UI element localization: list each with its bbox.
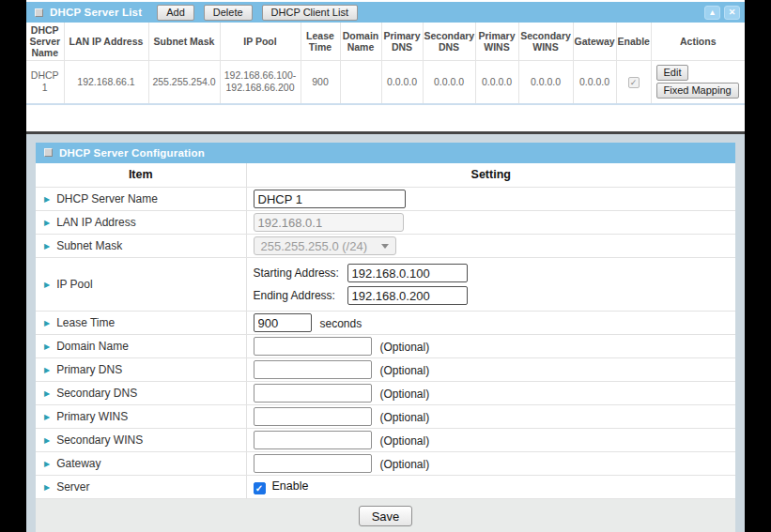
row-lease-time: ▶Lease Time seconds (36, 312, 735, 335)
dhcp-config-header-bar: DHCP Server Configuration (36, 143, 735, 163)
item-header: Item (36, 163, 246, 188)
config-footer: Save (36, 499, 735, 532)
arrow-icon: ▶ (44, 483, 50, 492)
row-secondary-dns: ▶Secondary DNS (Optional) (36, 382, 735, 405)
primary-wins-input[interactable] (254, 407, 372, 426)
cell-secondary-wins: 0.0.0.0 (518, 61, 573, 104)
edit-button[interactable]: Edit (656, 65, 689, 81)
arrow-icon: ▶ (44, 413, 50, 421)
cell-primary-dns: 0.0.0.0 (381, 61, 423, 104)
col-lan-ip-address: LAN IP Address (64, 23, 148, 61)
dhcp-list-title: DHCP Server List (50, 7, 142, 18)
server-enable-checkbox[interactable]: ✓ (254, 482, 266, 494)
cell-secondary-dns: 0.0.0.0 (423, 61, 475, 104)
close-icon: ✕ (729, 8, 736, 17)
row-lan-ip-address: ▶LAN IP Address (36, 211, 735, 235)
row-gateway: ▶Gateway (Optional) (36, 452, 735, 476)
lease-time-input[interactable] (254, 313, 312, 332)
optional-hint: (Optional) (380, 364, 430, 377)
starting-address-label: Starting Address: (254, 266, 347, 280)
col-lease-time: Lease Time (301, 23, 340, 61)
field-label: DHCP Server Name (56, 192, 158, 205)
close-button[interactable]: ✕ (724, 6, 740, 20)
dhcp-config-panel: DHCP Server Configuration Item Setting ▶… (26, 134, 745, 532)
dhcp-config-table: Item Setting ▶DHCP Server Name ▶LAN IP A… (36, 163, 735, 500)
lease-time-suffix: seconds (320, 317, 362, 330)
row-primary-dns: ▶Primary DNS (Optional) (36, 358, 735, 382)
page-content: DHCP Server List Add Delete DHCP Client … (26, 0, 745, 532)
optional-hint: (Optional) (380, 341, 430, 354)
field-label: Secondary WINS (56, 433, 143, 447)
dhcp-server-list-table: DHCP Server Name LAN IP Address Subnet M… (26, 23, 745, 105)
cell-gateway: 0.0.0.0 (573, 61, 616, 104)
col-enable: Enable (616, 23, 651, 61)
dhcp-server-name-input[interactable] (254, 190, 406, 208)
dhcp-list-header-bar: DHCP Server List Add Delete DHCP Client … (26, 2, 745, 23)
subnet-mask-select: 255.255.255.0 (/24) (254, 236, 396, 255)
field-label: IP Pool (56, 278, 92, 291)
col-actions: Actions (651, 23, 745, 61)
field-label: Lease Time (56, 316, 115, 329)
dhcp-config-title: DHCP Server Configuration (59, 147, 205, 159)
delete-button[interactable]: Delete (204, 5, 253, 21)
col-secondary-dns: Secondary DNS (423, 23, 475, 61)
table-row: DHCP 1 192.168.66.1 255.255.254.0 192.16… (26, 61, 745, 104)
arrow-icon: ▶ (44, 436, 50, 445)
save-button[interactable]: Save (359, 506, 413, 526)
col-domain-name: Domain Name (340, 23, 381, 61)
field-label: Gateway (56, 457, 100, 470)
cell-lan-ip: 192.168.66.1 (64, 61, 148, 104)
field-label: Domain Name (56, 340, 129, 353)
primary-dns-input[interactable] (254, 360, 372, 379)
optional-hint: (Optional) (380, 458, 430, 471)
cell-actions: Edit Fixed Mapping (651, 61, 745, 104)
col-primary-dns: Primary DNS (381, 23, 423, 61)
row-enable-checkbox: ✓ (628, 77, 640, 88)
col-ip-pool: IP Pool (220, 23, 301, 61)
row-domain-name: ▶Domain Name (Optional) (36, 335, 735, 358)
row-dhcp-server-name: ▶DHCP Server Name (36, 188, 735, 211)
server-enable-label: Enable (272, 479, 309, 493)
chevron-down-icon (381, 244, 389, 249)
ending-address-input[interactable] (347, 286, 468, 305)
domain-name-input[interactable] (254, 337, 372, 356)
row-subnet-mask: ▶Subnet Mask 255.255.255.0 (/24) (36, 235, 735, 258)
starting-address-input[interactable] (347, 264, 468, 282)
collapse-icon: ▴ (710, 8, 715, 17)
field-label: Primary DNS (56, 363, 122, 376)
col-primary-wins: Primary WINS (475, 23, 518, 61)
add-button[interactable]: Add (157, 5, 194, 21)
row-ip-pool: ▶IP Pool Starting Address: Ending Addres… (36, 258, 735, 312)
check-icon: ✓ (255, 483, 263, 494)
ending-address-label: Ending Address: (254, 289, 347, 302)
cell-primary-wins: 0.0.0.0 (475, 61, 518, 104)
arrow-icon: ▶ (44, 242, 50, 251)
arrow-icon: ▶ (44, 460, 50, 468)
row-primary-wins: ▶Primary WINS (Optional) (36, 405, 735, 429)
arrow-icon: ▶ (44, 281, 50, 289)
arrow-icon: ▶ (44, 319, 50, 327)
col-gateway: Gateway (573, 23, 616, 61)
panel-gap (26, 105, 745, 131)
gateway-input[interactable] (254, 454, 372, 473)
cell-subnet: 255.255.254.0 (148, 61, 220, 104)
row-server: ▶Server ✓Enable (36, 476, 735, 499)
secondary-dns-input[interactable] (254, 384, 372, 403)
collapse-button[interactable]: ▴ (704, 6, 720, 20)
fixed-mapping-button[interactable]: Fixed Mapping (656, 83, 739, 99)
arrow-icon: ▶ (44, 389, 50, 398)
field-label: LAN IP Address (56, 216, 136, 229)
panel-square-icon (44, 148, 53, 157)
field-label: Secondary DNS (56, 387, 137, 400)
optional-hint: (Optional) (380, 388, 430, 401)
lan-ip-input (254, 213, 404, 232)
field-label: Server (56, 480, 89, 494)
secondary-wins-input[interactable] (254, 431, 372, 449)
list-header-row: DHCP Server Name LAN IP Address Subnet M… (26, 23, 745, 61)
cell-domain (340, 61, 381, 104)
arrow-icon: ▶ (44, 219, 50, 227)
col-secondary-wins: Secondary WINS (518, 23, 573, 61)
cell-enable: ✓ (616, 61, 651, 104)
panel-square-icon (35, 8, 43, 17)
dhcp-client-list-button[interactable]: DHCP Client List (262, 5, 358, 21)
